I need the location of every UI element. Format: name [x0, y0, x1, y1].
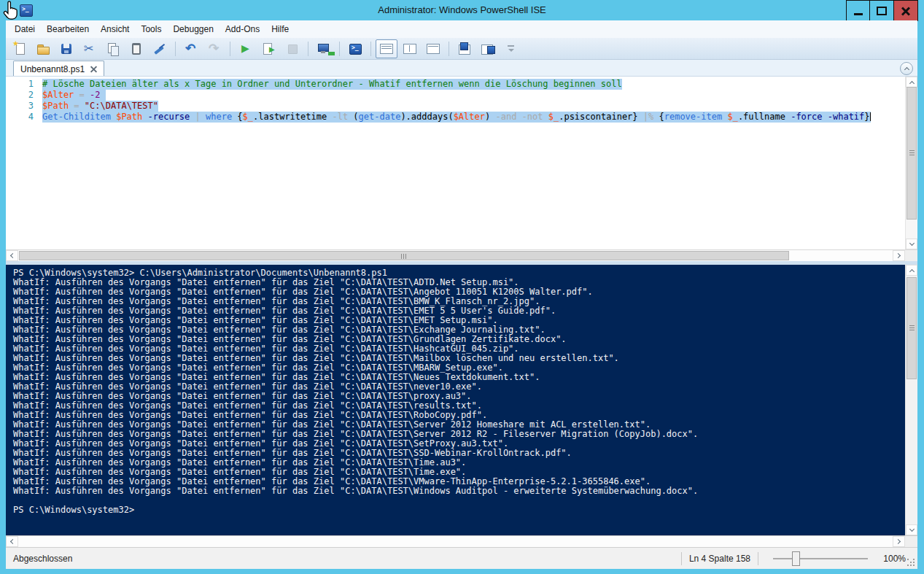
resize-grip-icon[interactable] [907, 559, 916, 567]
redo-button[interactable] [203, 39, 225, 58]
zoom-slider-track[interactable] [773, 558, 868, 559]
zoom-level: 100% [875, 554, 906, 564]
maximize-button[interactable] [870, 0, 894, 21]
run-play-icon [238, 42, 253, 56]
new-script-icon [12, 42, 27, 56]
console-line [13, 496, 905, 505]
scroll-right-arrow[interactable] [893, 250, 905, 261]
chevron-right-icon [896, 253, 901, 258]
chevron-down-icon [909, 241, 914, 246]
scroll-right-arrow[interactable] [893, 536, 905, 547]
save-floppy-icon [59, 42, 74, 56]
open-script-button[interactable] [32, 39, 54, 58]
cursor-position: Ln 4 Spalte 158 [689, 554, 750, 564]
show-script-pane-maximized-button[interactable] [422, 39, 444, 58]
editor-line[interactable]: 3$Path = "C:\DATA\TEST" [6, 101, 905, 112]
scroll-down-arrow[interactable] [906, 238, 917, 249]
tab-unbenannt8[interactable]: Unbenannt8.ps1 [13, 61, 104, 77]
close-button[interactable] [894, 0, 918, 21]
undo-arrow-icon [184, 42, 198, 56]
window-controls [846, 0, 918, 21]
line-number: 1 [6, 79, 34, 90]
console-line: PS C:\Windows\system32> [13, 505, 905, 515]
window-title: Administrator: Windows PowerShell ISE [0, 0, 924, 20]
scroll-down-arrow[interactable] [906, 524, 917, 535]
menubar: DateiBearbeitenAnsichtToolsDebuggenAdd-O… [6, 20, 917, 38]
editor-line[interactable]: 2$Alter = -2 [6, 90, 905, 101]
chevron-left-icon [10, 253, 15, 258]
paste-button[interactable] [125, 39, 147, 58]
clear-console-button[interactable] [149, 39, 171, 58]
zoom-slider[interactable] [773, 551, 868, 566]
redo-arrow-icon [207, 42, 222, 56]
editor-horizontal-scrollbar[interactable] [6, 249, 917, 261]
console-pane[interactable]: PS C:\Windows\system32> C:\Users\Adminis… [6, 265, 917, 535]
tab-bar: Unbenannt8.ps1 [6, 60, 917, 76]
undo-button[interactable] [180, 39, 202, 58]
scroll-up-arrow[interactable] [906, 265, 917, 276]
menu-debuggen[interactable]: Debuggen [167, 20, 219, 38]
run-selection-icon [262, 42, 276, 56]
toolbar-overflow-button[interactable] [500, 39, 522, 58]
statusbar-separator [758, 552, 758, 565]
overflow-chevron-icon [504, 42, 519, 56]
console-vertical-scrollbar[interactable] [905, 265, 917, 535]
editor-hscroll-thumb[interactable] [19, 251, 789, 260]
line-number: 2 [6, 90, 34, 101]
menu-ansicht[interactable]: Ansicht [95, 20, 135, 38]
titlebar[interactable]: Administrator: Windows PowerShell ISE [0, 0, 924, 20]
console-output[interactable]: PS C:\Windows\system32> C:\Users\Adminis… [6, 265, 905, 535]
collapse-script-pane-button[interactable] [900, 62, 913, 75]
app-icon [20, 4, 33, 17]
script-pane-above-button[interactable] [454, 39, 475, 58]
line-number: 3 [6, 101, 34, 112]
new-remote-powershell-tab-button[interactable] [313, 39, 335, 58]
editor-vertical-scrollbar[interactable] [905, 77, 917, 249]
tab-close-icon[interactable] [90, 66, 97, 72]
toolbar-separator [230, 42, 230, 56]
toolbar-separator [308, 42, 308, 56]
stop-square-icon [285, 42, 300, 56]
console-horizontal-scrollbar[interactable] [6, 535, 917, 547]
run-selection-button[interactable] [258, 39, 280, 58]
menu-bearbeiten[interactable]: Bearbeiten [41, 20, 95, 38]
console-line: WhatIf: Ausführen des Vorgangs "Datei en… [13, 486, 905, 496]
open-folder-icon [36, 42, 50, 56]
editor-line[interactable]: 1# Lösche Dateien älter als x Tage in Or… [6, 79, 905, 90]
layout-split-horizontal-icon [379, 42, 394, 56]
scroll-left-arrow[interactable] [6, 536, 18, 547]
script-editor-pane[interactable]: 1# Lösche Dateien älter als x Tage in Or… [6, 76, 917, 249]
minimize-icon [854, 13, 863, 15]
menu-add-ons[interactable]: Add-Ons [220, 20, 265, 38]
window-script-top-icon [457, 42, 472, 56]
copy-button[interactable] [102, 39, 124, 58]
chevron-up-icon [904, 67, 909, 72]
chevron-left-icon [10, 539, 15, 544]
menu-hilfe[interactable]: Hilfe [265, 20, 295, 38]
editor-line[interactable]: 4Get-Childitem $Path -recurse | where {$… [6, 112, 905, 123]
menu-tools[interactable]: Tools [135, 20, 167, 38]
stop-operation-button[interactable] [282, 39, 303, 58]
show-script-pane-right-button[interactable] [399, 39, 421, 58]
run-script-button[interactable] [235, 39, 257, 58]
minimize-button[interactable] [846, 0, 870, 21]
show-script-pane-top-button[interactable] [376, 39, 397, 58]
menu-datei[interactable]: Datei [9, 20, 41, 38]
zoom-slider-thumb[interactable] [792, 551, 800, 566]
cut-button[interactable] [79, 39, 101, 58]
console-vscroll-thumb[interactable] [906, 277, 917, 379]
maximize-icon [877, 7, 887, 15]
script-editor[interactable]: 1# Lösche Dateien älter als x Tage in Or… [6, 77, 905, 249]
layout-split-vertical-icon [403, 42, 417, 56]
paste-clipboard-icon [129, 42, 144, 56]
chevron-up-icon [909, 268, 914, 274]
scroll-left-arrow[interactable] [6, 250, 18, 261]
save-script-button[interactable] [55, 39, 77, 58]
status-bar: Abgeschlossen Ln 4 Spalte 158 100% [6, 547, 917, 569]
toolbar-separator [449, 42, 449, 56]
script-pane-right-button[interactable] [477, 39, 499, 58]
scroll-up-arrow[interactable] [906, 77, 917, 88]
start-powershell-exe-button[interactable] [344, 39, 366, 58]
editor-vscroll-thumb[interactable] [906, 87, 917, 220]
new-script-button[interactable] [9, 39, 31, 58]
